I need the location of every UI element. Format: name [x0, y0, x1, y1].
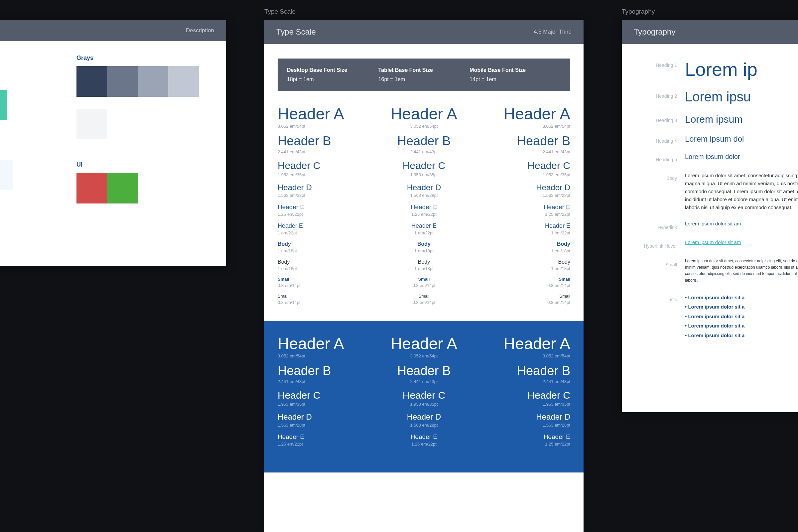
type-sample-sub: 3.052 em/54pt [477, 354, 570, 358]
swatch [168, 66, 199, 97]
typography-row-label: Hyperlink [639, 221, 685, 230]
type-sample: Header E [377, 223, 471, 229]
type-sample: Body [477, 259, 570, 265]
type-sample-sub: 1.563 em/28pt [278, 423, 371, 428]
type-sample-sub: 3.052 em/54pt [477, 124, 570, 129]
type-sample-sub: 1 em/18pt [477, 266, 570, 271]
artboard-type-scale: Type Scale Type Scale 4:5 Major Third De… [264, 20, 584, 532]
type-sample-sub: 3.052 em/54pt [377, 124, 471, 129]
type-sample: Body [477, 241, 570, 247]
type-sample: Header E [278, 434, 371, 440]
type-sample-sub: 3.052 em/54pt [377, 354, 471, 358]
type-sample-sub: 1 em/18pt [278, 248, 371, 253]
type-sample: Header B [278, 135, 371, 148]
artboard-header: Typography [622, 20, 798, 44]
artboard-label: Type Scale [264, 8, 296, 15]
type-sample: Small [477, 277, 570, 282]
type-sample: Header A [477, 106, 570, 122]
base-size-label: Mobile Base Font Size [470, 67, 561, 73]
typography-row: Heading 2Lorem ipsu [639, 90, 798, 104]
type-scale-column: Header A3.052 em/54ptHeader B2.441 em/43… [377, 106, 471, 311]
type-sample-sub: 2.441 em/43pt [377, 379, 471, 384]
type-scale-grid: Header A3.052 em/54ptHeader B2.441 em/43… [278, 106, 570, 311]
swatch [107, 66, 138, 97]
swatch [107, 173, 138, 204]
typography-row: Heading 5Lorem ipsum dolor [639, 153, 798, 162]
type-sample: Small [377, 277, 471, 282]
type-ratio: 4:5 Major Third [534, 28, 572, 35]
typography-row: Lists• Lorem ipsum dolor sit a• Lorem ip… [639, 293, 798, 341]
typography-row: BodyLorem ipsum dolor sit amet, consecte… [639, 172, 798, 211]
type-sample-sub: 2.441 em/43pt [377, 149, 471, 154]
type-sample: Header D [377, 183, 471, 191]
type-sample: Small [278, 277, 371, 282]
swatch [76, 66, 107, 97]
base-size-label: Tablet Base Font Size [378, 67, 470, 73]
type-sample-sub: 1 em/18pt [278, 266, 371, 271]
swatch-row-grays [76, 66, 209, 97]
typography-row-label: Heading 2 [639, 90, 685, 104]
section-label-ui: UI [76, 161, 209, 168]
swatch-row-grays-2 [76, 109, 209, 139]
type-sample: Header D [477, 183, 570, 191]
type-sample: Header C [278, 160, 371, 171]
body-sample: Lorem ipsum dolor sit amet, consectetur … [685, 172, 798, 211]
type-sample: Header A [278, 336, 371, 352]
artboard-description: Description Grays UI [0, 20, 226, 266]
base-size-value: 14pt = 1em [470, 76, 561, 82]
type-sample-sub: 1 em/18pt [477, 248, 570, 253]
type-sample-sub: 1.953 em/35pt [278, 172, 371, 177]
typography-row-label: Heading 3 [639, 114, 685, 125]
type-scale-column: Header A3.052 em/54ptHeader B2.441 em/43… [377, 336, 471, 453]
swatch-row-ui [76, 173, 209, 204]
typography-row: HyperlinkLorem ipsum dolor sit am [639, 221, 798, 230]
swatch-pale-blue [0, 159, 13, 190]
artboard-header: Description [0, 20, 226, 41]
type-sample-sub: 0.8 em/14pt [278, 283, 371, 288]
list-item: • Lorem ipsum dolor sit a [685, 331, 744, 341]
type-sample: Header D [278, 413, 371, 421]
base-size-column: Desktop Base Font Size18pt = 1em [287, 67, 378, 82]
type-sample: Header A [377, 336, 471, 352]
hyperlink-sample: Lorem ipsum dolor sit am [685, 221, 741, 230]
type-sample: Header B [377, 364, 471, 378]
type-sample-sub: 0.8 em/14pt [377, 300, 471, 305]
base-size-value: 18pt = 1em [287, 76, 378, 82]
swatch-teal [0, 90, 7, 120]
typography-row: Heading 4Lorem ipsum dol [639, 134, 798, 144]
typography-row: Heading 3Lorem ipsum [639, 114, 798, 125]
type-sample-sub: 0.8 em/14pt [477, 300, 570, 305]
type-sample-sub: 1.563 em/28pt [278, 193, 371, 198]
type-sample-sub: 2.441 em/43pt [278, 149, 371, 154]
type-sample-sub: 0.8 em/14pt [377, 283, 471, 288]
type-sample: Header C [278, 390, 371, 401]
typography-row-label: Small [639, 258, 685, 284]
heading-sample: Lorem ipsum dol [685, 134, 744, 144]
heading-sample: Lorem ipsum [685, 114, 742, 125]
heading-sample: Lorem ip [685, 58, 757, 80]
small-sample: Lorem ipsum dolor sit amet, consectetur … [685, 258, 798, 284]
swatch [138, 66, 168, 97]
typography-row-label: Heading 5 [639, 153, 685, 162]
typography-row-label: Heading 4 [639, 134, 685, 144]
type-sample-sub: 1 em/22pt [278, 230, 371, 235]
type-sample-sub: 1 em/18pt [377, 248, 471, 253]
type-sample: Header C [377, 390, 471, 401]
type-sample: Header D [278, 183, 371, 191]
type-sample: Body [278, 259, 371, 265]
type-sample: Header A [477, 336, 570, 352]
type-sample-sub: 1.953 em/35pt [377, 402, 471, 407]
list-item: • Lorem ipsum dolor sit a [685, 321, 744, 331]
base-font-size-bar: Desktop Base Font Size18pt = 1emTablet B… [278, 58, 570, 91]
type-sample-sub: 1.25 em/22pt [377, 441, 471, 446]
typography-row-label: Heading 1 [639, 58, 685, 80]
section-label-grays: Grays [76, 55, 209, 61]
type-sample: Header C [477, 160, 570, 171]
type-sample: Body [377, 241, 471, 247]
type-sample-sub: 3.052 em/54pt [278, 124, 371, 129]
artboard-typography: Typography Typography Heading 1Lorem ipH… [622, 20, 798, 412]
type-sample: Header C [377, 160, 471, 171]
type-sample-sub: 3.052 em/54pt [278, 354, 371, 358]
header-right-label: Description [186, 27, 214, 34]
base-size-label: Desktop Base Font Size [287, 67, 378, 73]
